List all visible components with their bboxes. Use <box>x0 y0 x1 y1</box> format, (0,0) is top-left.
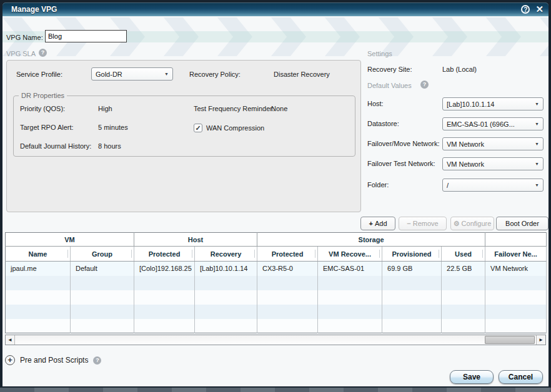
pre-post-scripts-help-icon[interactable]: ? <box>93 356 101 365</box>
column-header-protected-storage[interactable]: Protected <box>257 247 318 262</box>
folder-dropdown[interactable]: / ▼ <box>442 179 544 192</box>
column-header-label: Name <box>29 250 47 258</box>
column-resize-handle[interactable] <box>439 250 439 258</box>
test-frequency-label: Test Frequency Reminder: <box>194 105 274 112</box>
column-header-group[interactable]: Group <box>71 247 134 262</box>
wan-compression-checkbox[interactable]: ✓ WAN Compression <box>194 124 264 132</box>
journal-history-label: Default Journal History: <box>20 142 91 150</box>
column-resize-handle[interactable] <box>192 250 192 258</box>
column-header-provisioned[interactable]: Provisioned <box>382 247 442 262</box>
priority-value: High <box>98 105 112 112</box>
cell-provisioned[interactable]: 69.9 GB <box>382 262 442 276</box>
dialog-titlebar: Manage VPG ? ✕ <box>2 2 549 16</box>
cell-used[interactable]: 22.5 GB <box>442 262 485 276</box>
dialog-title: Manage VPG <box>11 5 521 14</box>
column-resize-handle[interactable] <box>482 250 483 258</box>
titlebar-help-icon[interactable]: ? <box>521 5 530 14</box>
column-resize-handle[interactable] <box>254 250 255 258</box>
failover-test-network-label: Failover Test Network: <box>367 160 435 167</box>
add-button[interactable]: + Add <box>360 217 395 230</box>
folder-value: / <box>447 182 532 189</box>
cell-group[interactable]: Default <box>71 262 134 276</box>
group-header-blank <box>485 233 547 247</box>
minus-icon: − <box>407 220 410 227</box>
column-header-failover-network[interactable]: Failover Ne... <box>485 247 547 262</box>
failover-test-network-dropdown[interactable]: VM Network ▼ <box>442 157 544 170</box>
table-empty-row <box>6 319 547 333</box>
configure-button[interactable]: ⚙ Configure <box>450 217 494 230</box>
group-header-storage[interactable]: Storage <box>257 233 485 247</box>
column-resize-handle[interactable] <box>315 250 315 258</box>
datastore-dropdown[interactable]: EMC-SAS-01 (696G... ▼ <box>442 117 544 130</box>
cancel-button[interactable]: Cancel <box>499 370 543 384</box>
scroll-left-icon[interactable]: ◄ <box>6 335 15 345</box>
table-empty-row <box>6 290 547 305</box>
cell-vm-recovery-storage[interactable]: EMC-SAS-01 <box>318 262 382 276</box>
close-icon[interactable]: ✕ <box>535 5 544 14</box>
manage-vpg-dialog: Manage VPG ? ✕ VPG Name: VPG SLA ? Servi… <box>0 0 551 392</box>
dr-properties-legend: DR Properties <box>19 92 67 99</box>
recovery-policy-value: Disaster Recovery <box>274 71 330 78</box>
column-header-protected-host[interactable]: Protected <box>134 247 195 262</box>
remove-button[interactable]: − Remove <box>399 217 447 230</box>
recovery-site-label: Recovery Site: <box>367 66 412 73</box>
pre-post-scripts-label: Pre and Post Scripts <box>20 356 88 365</box>
column-header-label: Failover Ne... <box>494 250 537 258</box>
cell-failover-network[interactable]: VM Network <box>485 262 547 276</box>
column-header-used[interactable]: Used <box>442 247 485 262</box>
group-header-vm[interactable]: VM <box>6 233 134 247</box>
failover-move-network-value: VM Network <box>447 140 532 148</box>
pre-post-scripts-expander[interactable]: + Pre and Post Scripts ? <box>5 355 101 366</box>
failover-move-network-dropdown[interactable]: VM Network ▼ <box>442 137 544 150</box>
boot-order-button[interactable]: Boot Order <box>496 217 549 230</box>
table-empty-row <box>6 276 547 290</box>
column-header-label: Protected <box>272 250 304 258</box>
column-resize-handle[interactable] <box>67 250 68 258</box>
save-button[interactable]: Save <box>450 370 494 384</box>
chevron-down-icon: ▼ <box>535 122 539 126</box>
dr-properties-fieldset: DR Properties Priority (QOS): High Test … <box>13 96 355 157</box>
column-header-name[interactable]: Name <box>6 247 71 262</box>
service-profile-value: Gold-DR <box>96 71 162 78</box>
host-dropdown[interactable]: [Lab]10.10.1.14 ▼ <box>442 97 544 110</box>
scrollbar-thumb[interactable] <box>485 336 535 344</box>
table-row[interactable]: jpaul.me Default [Colo]192.168.25 [Lab]1… <box>6 262 547 276</box>
vpg-sla-section-label: VPG SLA <box>6 50 36 57</box>
datastore-value: EMC-SAS-01 (696G... <box>447 120 532 128</box>
chevron-down-icon: ▼ <box>535 183 539 187</box>
column-resize-handle[interactable] <box>131 250 132 258</box>
scroll-right-icon[interactable]: ► <box>536 335 545 345</box>
vpg-sla-panel: Service Profile: Gold-DR ▼ Recovery Poli… <box>6 60 361 212</box>
chevron-down-icon: ▼ <box>535 102 539 106</box>
recovery-policy-label: Recovery Policy: <box>189 71 241 78</box>
checkmark-icon: ✓ <box>194 124 202 132</box>
column-header-recovery[interactable]: Recovery <box>195 247 257 262</box>
priority-label: Priority (QOS): <box>20 105 65 112</box>
cell-recovery-host[interactable]: [Lab]10.10.1.14 <box>195 262 257 276</box>
cancel-button-label: Cancel <box>509 373 533 381</box>
cell-protected-host[interactable]: [Colo]192.168.25 <box>134 262 195 276</box>
table-group-header-row: VM Host Storage <box>6 233 547 247</box>
host-value: [Lab]10.10.1.14 <box>447 100 532 108</box>
column-header-vm-recovery[interactable]: VM Recove... <box>318 247 382 262</box>
chevron-down-icon: ▼ <box>164 72 169 76</box>
column-header-label: Group <box>92 250 112 258</box>
plus-icon: + <box>369 220 372 227</box>
cell-vm-name[interactable]: jpaul.me <box>6 262 71 276</box>
expand-plus-icon[interactable]: + <box>5 355 15 365</box>
service-profile-dropdown[interactable]: Gold-DR ▼ <box>91 67 173 81</box>
datastore-label: Datastore: <box>367 120 399 127</box>
vpg-sla-help-icon[interactable]: ? <box>39 49 47 57</box>
column-resize-handle[interactable] <box>379 250 380 258</box>
default-values-label: Default Values <box>367 82 412 89</box>
save-button-label: Save <box>463 373 480 381</box>
group-header-host[interactable]: Host <box>134 233 257 247</box>
wan-compression-label: WAN Compression <box>206 124 264 132</box>
cell-protected-storage[interactable]: CX3-R5-0 <box>257 262 318 276</box>
column-header-label: Used <box>455 250 472 258</box>
column-header-label: VM Recove... <box>329 250 371 258</box>
default-values-help-icon[interactable]: ? <box>420 81 429 89</box>
chevron-down-icon: ▼ <box>535 142 539 146</box>
horizontal-scrollbar[interactable]: ◄ ► <box>5 335 546 345</box>
vpg-name-input[interactable] <box>45 30 127 42</box>
